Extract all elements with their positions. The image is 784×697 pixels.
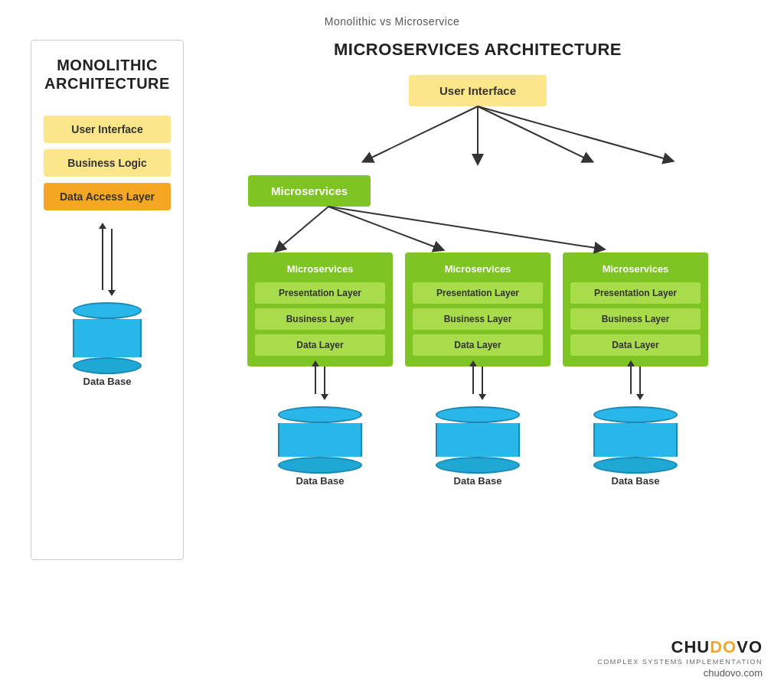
db-bottom <box>73 357 142 374</box>
logo-do: DO <box>710 637 737 656</box>
db-bottom-1 <box>278 457 362 474</box>
arrow-up <box>102 229 103 290</box>
svg-line-6 <box>328 207 600 249</box>
content-row: MONOLITHIC ARCHITECTURE User Interface B… <box>15 40 769 560</box>
micro-boxes-row: Microservices Presentation Layer Busines… <box>202 252 753 366</box>
svg-line-0 <box>367 106 478 160</box>
db-col-2: Data Base <box>405 366 550 487</box>
mono-business-logic: Business Logic <box>44 149 171 177</box>
mono-arrows <box>102 229 113 290</box>
micro-layer-1-biz: Business Layer <box>255 308 385 330</box>
logo-vo: VO <box>737 637 763 656</box>
logo-chu: CHU <box>671 637 710 656</box>
top-micro-box: Microservices <box>248 175 371 207</box>
db-body-3 <box>593 423 678 457</box>
top-to-three-svg <box>202 207 677 252</box>
db-top-3 <box>593 406 678 423</box>
ui-section: User Interface <box>202 75 753 252</box>
micro-layer-3-data: Data Layer <box>570 334 701 356</box>
db-bottom-2 <box>436 457 520 474</box>
mono-user-interface: User Interface <box>44 116 171 143</box>
arrow-up-3 <box>630 366 632 394</box>
connector-svg <box>240 106 715 175</box>
db-label-2: Data Base <box>454 475 502 487</box>
micro-db-arrow-row: Data Base Data Base <box>202 366 753 487</box>
micro-arrows-3 <box>630 366 641 394</box>
page-title: Monolithic vs Microservice <box>15 15 769 28</box>
micro-arrows-2 <box>472 366 483 394</box>
db-label-3: Data Base <box>612 475 660 487</box>
db-label-1: Data Base <box>296 475 345 487</box>
monolithic-title: MONOLITHIC ARCHITECTURE <box>44 56 170 93</box>
micro-service-box-3: Microservices Presentation Layer Busines… <box>563 252 708 366</box>
arrow-up-2 <box>472 366 474 394</box>
db-top-1 <box>278 406 362 423</box>
db-col-1: Data Base <box>247 366 393 487</box>
monolithic-panel: MONOLITHIC ARCHITECTURE User Interface B… <box>31 40 184 560</box>
arrow-down-1 <box>324 366 325 394</box>
db-top-2 <box>436 406 520 423</box>
db-cylinder-2 <box>436 406 520 474</box>
micro-service-box-1: Microservices Presentation Layer Busines… <box>247 252 393 366</box>
db-body-1 <box>278 423 362 457</box>
micro-layer-3-pres: Presentation Layer <box>570 282 701 304</box>
db-body-2 <box>436 423 520 457</box>
arrow-down-3 <box>639 366 641 394</box>
svg-line-4 <box>279 207 328 249</box>
mono-data-access: Data Access Layer <box>44 183 171 210</box>
microservices-title: MICROSERVICES ARCHITECTURE <box>334 40 622 60</box>
micro-layer-2-pres: Presentation Layer <box>413 282 543 304</box>
arrow-down-2 <box>482 366 483 394</box>
micro-service-box-2: Microservices Presentation Layer Busines… <box>405 252 550 366</box>
db-col-3: Data Base <box>563 366 708 487</box>
main-container: Monolithic vs Microservice MONOLITHIC AR… <box>0 0 784 697</box>
arrow-up-1 <box>315 366 316 394</box>
svg-line-5 <box>328 207 439 249</box>
micro-layer-2-data: Data Layer <box>413 334 543 356</box>
mono-layers: User Interface Business Logic Data Acces… <box>44 116 171 210</box>
db-body <box>73 319 142 357</box>
micro-layer-3-biz: Business Layer <box>570 308 701 330</box>
micro-title-3: Microservices <box>603 263 669 275</box>
ui-box: User Interface <box>409 75 547 106</box>
db-top <box>73 302 142 319</box>
micro-title-2: Microservices <box>445 263 511 275</box>
db-bottom-3 <box>593 457 678 474</box>
db-cylinder-3 <box>593 406 678 474</box>
arrow-down <box>111 229 113 290</box>
micro-layer-1-data: Data Layer <box>255 334 385 356</box>
logo-name: CHUDOVO <box>597 637 763 657</box>
micro-layer-2-biz: Business Layer <box>413 308 543 330</box>
mono-db-label: Data Base <box>83 376 132 387</box>
logo-url: chudovo.com <box>597 667 763 679</box>
microservices-panel: MICROSERVICES ARCHITECTURE User Interfac… <box>202 40 753 487</box>
logo-tagline: COMPLEX SYSTEMS IMPLEMENTATION <box>597 658 763 666</box>
micro-title-1: Microservices <box>287 263 354 275</box>
mono-database <box>73 302 142 374</box>
db-cylinder-1 <box>278 406 362 474</box>
logo: CHUDOVO COMPLEX SYSTEMS IMPLEMENTATION c… <box>597 637 763 679</box>
micro-layer-1-pres: Presentation Layer <box>255 282 385 304</box>
micro-arrows-1 <box>315 366 325 394</box>
